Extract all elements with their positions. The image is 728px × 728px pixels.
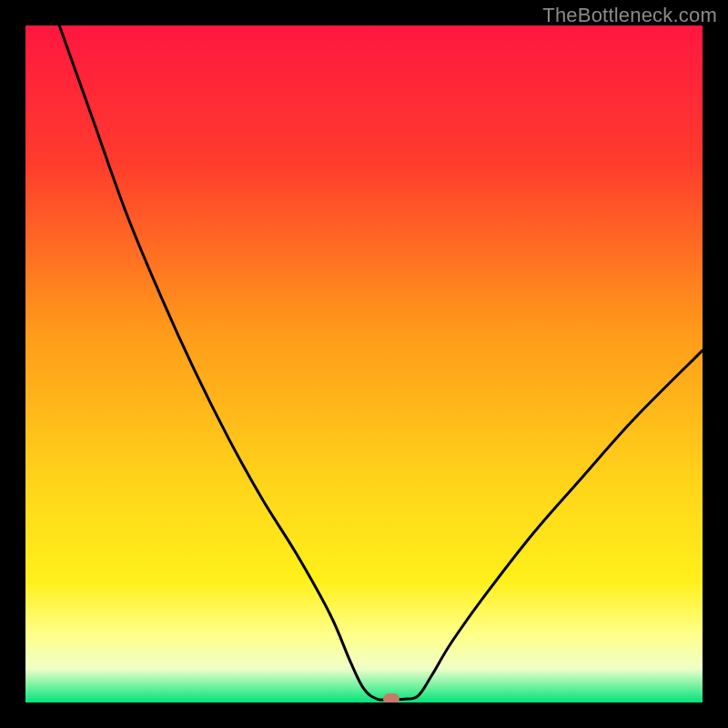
gradient-background [25,25,703,703]
chart-svg [25,25,703,703]
optimum-marker [383,693,399,703]
watermark-text: TheBottleneck.com [542,4,717,27]
chart-frame: TheBottleneck.com [0,0,728,728]
plot-area [25,25,703,703]
